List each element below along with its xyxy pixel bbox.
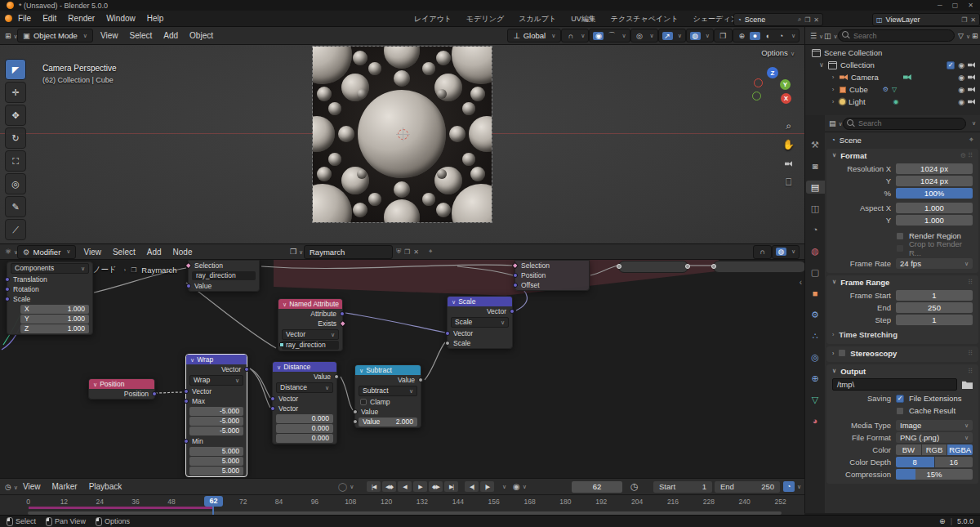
frame-step-field[interactable]: 1 <box>896 315 973 325</box>
transport-5[interactable]: ▶| <box>444 481 458 492</box>
vector-y-field[interactable]: 0.000 <box>276 424 333 433</box>
proportional-edit-group[interactable]: ◉⌒∨ <box>589 29 630 42</box>
frame-start-field[interactable]: 1 <box>896 290 973 301</box>
timeline-menu-1[interactable]: Marker <box>47 482 83 491</box>
tab-material[interactable]: ◕ <box>807 414 824 427</box>
collapse-arrow-icon[interactable]: › <box>830 74 836 81</box>
tab-modifiers[interactable]: ⚙ <box>807 308 824 321</box>
max-x-field[interactable]: -5.000 <box>189 407 243 416</box>
media-type-dropdown[interactable]: Image∨ <box>896 420 973 431</box>
orientation-dropdown[interactable]: ⊥ Global ∨ <box>507 29 561 42</box>
tab-output[interactable]: ▤ <box>806 181 825 194</box>
data-type-dropdown[interactable]: Vector∨ <box>282 329 339 340</box>
node-wrap[interactable]: ∨Wrap Vector Wrap∨ Vector Max -5.000 -5.… <box>185 354 247 477</box>
folder-browse-icon[interactable] <box>962 380 973 389</box>
disable-render-icon[interactable] <box>968 62 975 68</box>
outliner-row-camera[interactable]: › Camera ◉ <box>805 71 980 83</box>
node-overlay-group[interactable]: ◍∨ <box>772 245 800 259</box>
move-tool-button[interactable]: ✥ <box>5 105 26 126</box>
gizmo-y-neg[interactable] <box>752 92 761 100</box>
shading-mode-group[interactable]: ⊕ ● ◐ ◔ ∨ <box>733 29 800 42</box>
frame-step-0[interactable]: ◀| <box>465 481 479 492</box>
outliner-row-collection[interactable]: ∨ Collection ✓ ◉ <box>805 59 980 71</box>
node-subtract[interactable]: ∨Subtract Value Subtract∨ Clamp Value Va… <box>354 364 421 428</box>
camera-view-icon[interactable] <box>785 158 792 169</box>
collapsed-node[interactable] <box>713 261 804 273</box>
timeline-menu-0[interactable]: View <box>17 482 47 491</box>
workspace-tab-2[interactable]: スカルプト <box>512 12 563 26</box>
properties-options-icon[interactable]: ∨ <box>972 120 976 127</box>
properties-editor-icon[interactable]: ▤∨ <box>829 119 840 127</box>
blender-menu-icon[interactable] <box>5 15 12 22</box>
vector-x-field[interactable]: 0.000 <box>276 414 333 423</box>
resolution-percent-slider[interactable]: 100% <box>896 188 973 199</box>
hide-eye-icon[interactable]: ◉ <box>958 86 964 94</box>
aspect-x-field[interactable]: 1.000 <box>896 203 973 213</box>
viewport-3d[interactable]: Camera Perspective (62) Collection | Cub… <box>0 45 804 243</box>
auto-keying-toggle[interactable]: ◉∨ <box>513 482 527 491</box>
aspect-y-field[interactable]: 1.000 <box>896 215 973 226</box>
playhead[interactable]: 62 <box>204 496 223 507</box>
node-tree-name-field[interactable]: Raymarch <box>304 245 393 259</box>
minimize-button[interactable]: ─ <box>938 2 942 9</box>
transform-tool-button[interactable]: ◎ <box>5 173 26 194</box>
menu-3[interactable]: Window <box>100 14 141 23</box>
copy-icon[interactable]: ❐ <box>404 248 410 256</box>
record-button[interactable]: ◯∨ <box>338 482 354 491</box>
attribute-name-field[interactable]: ray_direction <box>282 341 339 350</box>
collapsed-node[interactable] <box>618 261 688 273</box>
position-header[interactable]: ∨Position <box>89 379 154 389</box>
node-menu-3[interactable]: Node <box>167 248 198 257</box>
workspace-tab-3[interactable]: UV編集 <box>564 12 603 26</box>
viewport-menu-0[interactable]: View <box>95 31 124 40</box>
min-z-field[interactable]: 5.000 <box>189 467 243 476</box>
outliner-row-light[interactable]: › Light ◉ ◉ <box>805 96 980 108</box>
outliner-row-cube[interactable]: › Cube ⚙ ▽ ◉ <box>805 83 980 96</box>
viewport-menu-1[interactable]: Select <box>123 31 158 40</box>
expand-arrow-icon[interactable]: ∨ <box>818 61 825 69</box>
node-position[interactable]: ∨Position Position <box>88 378 155 400</box>
vector-z-field[interactable]: 0.000 <box>276 434 333 443</box>
scale-operation-dropdown[interactable]: Scale∨ <box>451 317 509 328</box>
node-scale[interactable]: ∨Scale Vector Scale∨ Vector Scale <box>447 296 513 349</box>
value-field[interactable]: Value2.000 <box>359 418 417 427</box>
options-dropdown[interactable]: Options∨ <box>761 48 795 57</box>
distance-operation-dropdown[interactable]: Distance∨ <box>276 382 333 393</box>
workspace-tab-4[interactable]: テクスチャペイント <box>604 12 685 26</box>
node-tree-type-dropdown[interactable]: ⚙ Modifier ∨ <box>17 245 76 259</box>
time-stretching-header[interactable]: Time Stretching <box>839 330 898 339</box>
resolution-y-field[interactable]: 1024 px <box>896 176 973 186</box>
select-tool-button[interactable]: ◤ <box>5 59 26 80</box>
transport-3[interactable]: ▶ <box>413 481 427 492</box>
stopwatch-icon[interactable]: ◷ <box>630 481 639 492</box>
transport-0[interactable]: |◀ <box>367 481 381 492</box>
workspace-tab-0[interactable]: レイアウト <box>408 12 458 26</box>
timeline-menu-2[interactable]: Playback <box>83 482 128 491</box>
playback-sync-toggle[interactable]: ◔∨ <box>783 481 801 492</box>
overlays-toggle-group[interactable]: ◍∨ <box>686 29 714 42</box>
viewlayer-selector[interactable]: ◫ ViewLayer ❐ ✕ <box>872 13 980 26</box>
fake-user-shield-icon[interactable]: ⛨ <box>396 248 401 256</box>
rotate-tool-button[interactable]: ↻ <box>5 127 26 149</box>
disable-render-icon[interactable] <box>968 87 975 92</box>
transport-4[interactable]: ◆▶ <box>429 481 443 492</box>
viewport-menu-2[interactable]: Add <box>158 31 184 40</box>
node-editor-type-icon[interactable]: ⚛∨ <box>5 248 16 256</box>
cache-result-checkbox[interactable] <box>896 407 904 415</box>
collapse-arrow-icon[interactable]: › <box>830 98 836 105</box>
outliner-search-input[interactable] <box>838 29 955 42</box>
min-y-field[interactable]: 5.000 <box>189 457 243 466</box>
max-y-field[interactable]: -5.000 <box>189 417 243 426</box>
frame-end-field[interactable]: End250 <box>715 481 780 493</box>
ray-direction-field[interactable]: ray_direction <box>192 271 256 280</box>
hide-eye-icon[interactable]: ◉ <box>958 61 964 69</box>
tab-object-data[interactable]: ▽ <box>807 393 824 406</box>
playback-popover-arrow[interactable]: ∨ <box>502 484 506 490</box>
clamp-checkbox[interactable] <box>360 399 367 405</box>
tab-particles[interactable]: ∴ <box>807 329 824 342</box>
node-editor-canvas[interactable]: Cube › ⚛ ジオメトリノード › ❒ Raymarch Component… <box>0 260 804 478</box>
render-region-checkbox[interactable] <box>896 232 904 240</box>
subtract-operation-dropdown[interactable]: Subtract∨ <box>359 386 417 396</box>
node-distance[interactable]: ∨Distance Value Distance∨ Vector Vector … <box>272 361 337 444</box>
node-snap-group[interactable]: ∩ <box>753 245 772 259</box>
